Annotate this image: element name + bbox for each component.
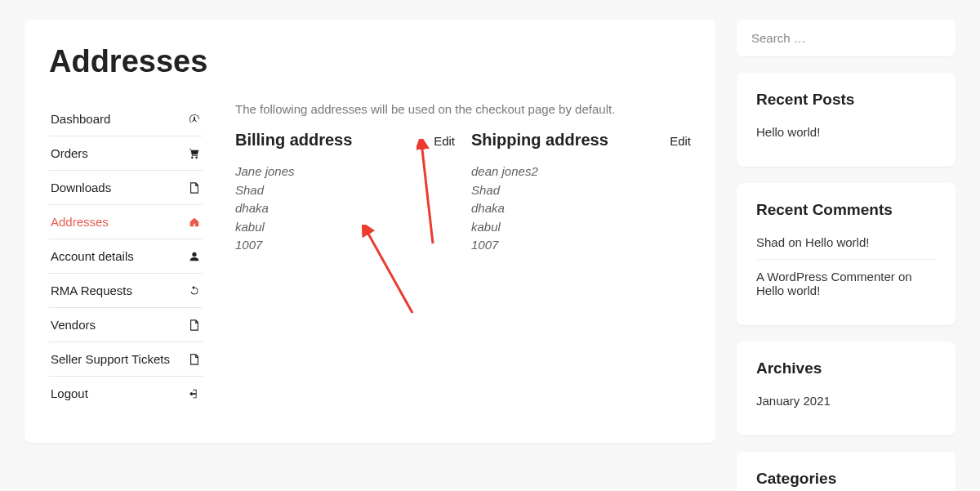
sidebar: Recent Posts Hello world! Recent Comment… [737, 20, 956, 491]
cart-icon [188, 147, 201, 160]
list-item: A WordPress Commenter on Hello world! [756, 259, 936, 307]
archives-widget: Archives January 2021 [737, 341, 956, 435]
list-link[interactable]: January 2021 [756, 394, 831, 408]
comment-author-link[interactable]: A WordPress Commenter [756, 270, 895, 283]
address-line: Jane jones [235, 163, 455, 181]
nav-link-addresses[interactable]: Addresses [49, 205, 203, 239]
user-icon [188, 250, 201, 263]
address-line: 1007 [235, 236, 455, 255]
list-link[interactable]: Hello world! [756, 125, 820, 139]
sidebar-item-dashboard: Dashboard [49, 102, 203, 136]
sidebar-item-rma-requests: RMA Requests [49, 274, 203, 308]
nav-link-dashboard[interactable]: Dashboard [49, 102, 203, 136]
address-line: 1007 [471, 236, 691, 255]
address-line: dhaka [471, 199, 691, 218]
address-line: Shad [471, 181, 691, 200]
sidebar-item-downloads: Downloads [49, 171, 203, 205]
widget-title: Archives [756, 359, 936, 377]
list-item: January 2021 [756, 394, 936, 417]
sidebar-item-addresses: Addresses [49, 205, 203, 239]
nav-link-seller-support-tickets[interactable]: Seller Support Tickets [49, 342, 203, 376]
comment-author-link[interactable]: Shad [756, 235, 785, 249]
billing-address-body: Jane jonesShaddhakakabul1007 [235, 163, 455, 255]
main-content-card: Addresses DashboardOrdersDownloadsAddres… [24, 20, 715, 443]
nav-link-logout[interactable]: Logout [49, 377, 203, 410]
shipping-address-box: Shipping address Edit dean jones2Shaddha… [471, 131, 691, 255]
undo-icon [188, 284, 201, 297]
file-icon [188, 353, 201, 366]
address-line: Shad [235, 181, 455, 200]
address-grid: Billing address Edit Jane jonesShaddhaka… [235, 131, 691, 255]
file-icon [188, 319, 201, 332]
shipping-edit-link[interactable]: Edit [670, 134, 691, 148]
nav-label: Downloads [51, 181, 111, 194]
sidebar-item-vendors: Vendors [49, 308, 203, 342]
address-line: kabul [471, 218, 691, 237]
logout-icon [188, 387, 201, 400]
intro-text: The following addresses will be used on … [235, 102, 691, 116]
shipping-title: Shipping address [471, 131, 608, 150]
comment-post-link[interactable]: Hello world! [805, 235, 869, 249]
recent-comments-widget: Recent Comments Shad on Hello world!A Wo… [737, 183, 956, 325]
sidebar-item-logout: Logout [49, 377, 203, 410]
page-title: Addresses [49, 44, 691, 79]
nav-label: RMA Requests [51, 283, 132, 297]
billing-title: Billing address [235, 131, 352, 150]
nav-label: Dashboard [51, 112, 110, 126]
nav-link-orders[interactable]: Orders [49, 136, 203, 170]
billing-address-box: Billing address Edit Jane jonesShaddhaka… [235, 131, 455, 255]
address-line: kabul [235, 218, 455, 237]
nav-link-vendors[interactable]: Vendors [49, 308, 203, 341]
main-columns: DashboardOrdersDownloadsAddressesAccount… [49, 102, 691, 410]
widget-title: Categories [756, 470, 936, 488]
widget-title: Recent Comments [756, 201, 936, 219]
list-item: Hello world! [756, 125, 936, 149]
comment-on-text: on [895, 270, 912, 283]
sidebar-item-orders: Orders [49, 136, 203, 171]
sidebar-item-account-details: Account details [49, 239, 203, 274]
recent-posts-widget: Recent Posts Hello world! [737, 73, 956, 167]
search-input[interactable] [737, 20, 956, 56]
file-icon [188, 181, 201, 194]
sidebar-item-seller-support-tickets: Seller Support Tickets [49, 342, 203, 377]
address-line: dhaka [235, 199, 455, 218]
nav-label: Account details [51, 249, 134, 263]
comment-on-text: on [785, 235, 805, 249]
address-line: dean jones2 [471, 163, 691, 181]
nav-label: Addresses [51, 215, 109, 229]
widget-title: Recent Posts [756, 91, 936, 109]
nav-link-downloads[interactable]: Downloads [49, 171, 203, 204]
comment-post-link[interactable]: Hello world! [756, 283, 820, 297]
categories-widget: Categories Uncategorized [737, 452, 956, 491]
nav-label: Vendors [51, 318, 96, 332]
nav-link-account-details[interactable]: Account details [49, 239, 203, 273]
nav-link-rma-requests[interactable]: RMA Requests [49, 274, 203, 307]
home-icon [188, 216, 201, 229]
addresses-content: The following addresses will be used on … [235, 102, 691, 410]
nav-label: Seller Support Tickets [51, 352, 170, 366]
account-nav: DashboardOrdersDownloadsAddressesAccount… [49, 102, 203, 410]
billing-edit-link[interactable]: Edit [434, 134, 455, 148]
list-item: Shad on Hello world! [756, 235, 936, 259]
shipping-address-body: dean jones2Shaddhakakabul1007 [471, 163, 691, 255]
nav-label: Logout [51, 386, 88, 400]
search-widget [737, 20, 956, 56]
nav-label: Orders [51, 146, 88, 160]
gauge-icon [188, 113, 201, 126]
